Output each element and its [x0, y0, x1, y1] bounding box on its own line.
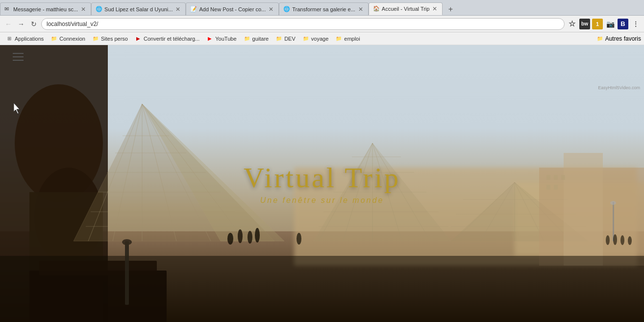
bw-icon: bw — [581, 21, 588, 26]
tab-2[interactable]: 🌐 Sud Lipez et Salar d Uyuni... ✕ — [91, 2, 186, 15]
tab-bar: ✉ Messagerie - matthieu sc... ✕ 🌐 Sud Li… — [0, 0, 644, 16]
bookmark-guitare-label: guitare — [252, 36, 269, 42]
bookmark-sites-perso-label: Sites perso — [101, 36, 128, 42]
tab-1-label: Messagerie - matthieu sc... — [13, 6, 78, 12]
svg-point-53 — [248, 231, 252, 244]
svg-point-58 — [620, 235, 624, 245]
bookmark-emploi[interactable]: 📁 emploi — [332, 34, 363, 43]
bookmark-youtube-label: YouTube — [215, 36, 236, 42]
bw-extension-button[interactable]: bw — [579, 19, 590, 29]
bookmark-sites-perso[interactable]: 📁 Sites perso — [89, 34, 131, 43]
watermark: EasyHtml5Video.com — [598, 85, 640, 90]
back-button[interactable]: ← — [3, 19, 14, 29]
tab-1-close[interactable]: ✕ — [80, 6, 87, 13]
bookmark-dev-label: DEV — [284, 36, 296, 42]
bookmark-b-button[interactable]: B — [618, 19, 628, 29]
bookmark-connexion-label: Connexion — [59, 36, 85, 42]
svg-point-64 — [122, 239, 132, 245]
forward-button[interactable]: → — [16, 19, 26, 29]
convertir-icon: ▶ — [135, 35, 142, 42]
svg-point-54 — [255, 228, 260, 243]
emploi-folder-icon: 📁 — [335, 35, 342, 42]
svg-rect-43 — [564, 153, 603, 266]
b-icon: B — [620, 20, 625, 27]
content-area: EasyHtml5Video.com — [0, 45, 644, 322]
menu-line-1 — [13, 53, 24, 54]
svg-point-50 — [610, 201, 616, 205]
back-icon: ← — [5, 20, 12, 28]
bookmark-guitare[interactable]: 📁 guitare — [241, 34, 272, 43]
others-folder-icon: 📁 — [596, 35, 603, 42]
svg-point-52 — [238, 229, 243, 243]
hero-subtitle: Une fenêtre sur le monde — [244, 196, 400, 205]
extension-button-1[interactable]: 1 — [592, 19, 603, 29]
tab-4-label: Transformer sa galerie e... — [292, 6, 355, 12]
bookmark-emploi-label: emploi — [344, 36, 360, 42]
bookmark-applications[interactable]: ⊞ Applications — [3, 34, 47, 43]
bookmark-youtube[interactable]: ▶ YouTube — [203, 34, 239, 43]
browser-window: ✉ Messagerie - matthieu sc... ✕ 🌐 Sud Li… — [0, 0, 644, 322]
tab-5-close[interactable]: ✕ — [431, 5, 438, 12]
chrome-menu-button[interactable]: ⋮ — [630, 19, 641, 29]
refresh-icon: ↻ — [31, 20, 37, 28]
refresh-button[interactable]: ↻ — [28, 19, 39, 29]
svg-point-55 — [297, 233, 301, 245]
apps-grid-icon: ⊞ — [6, 35, 13, 42]
nav-icons-group: ☆ bw 1 📷 B ⋮ — [567, 19, 641, 29]
svg-rect-49 — [613, 202, 614, 241]
menu-dots-icon: ⋮ — [633, 21, 639, 27]
tab-1-favicon: ✉ — [4, 6, 11, 13]
svg-rect-44 — [546, 175, 550, 180]
address-bar[interactable] — [41, 18, 565, 30]
tab-4-favicon: 🌐 — [283, 6, 290, 13]
forward-icon: → — [18, 20, 25, 28]
hamburger-menu-button[interactable] — [11, 51, 25, 63]
tab-4[interactable]: 🌐 Transformer sa galerie e... ✕ — [279, 2, 369, 15]
voyage-folder-icon: 📁 — [302, 35, 309, 42]
others-favorites-label: Autres favoris — [605, 35, 641, 42]
svg-rect-45 — [554, 175, 558, 180]
tab-5[interactable]: 🏠 Accueil - Virtual Trip ✕ — [369, 2, 443, 15]
bookmark-star-button[interactable]: ☆ — [567, 19, 577, 29]
svg-rect-62 — [39, 261, 157, 275]
svg-point-57 — [613, 234, 617, 245]
connexion-folder-icon: 📁 — [50, 35, 57, 42]
bookmark-connexion[interactable]: 📁 Connexion — [48, 34, 88, 43]
tab-1[interactable]: ✉ Messagerie - matthieu sc... ✕ — [0, 2, 91, 15]
tab-2-favicon: 🌐 — [96, 6, 102, 13]
bookmark-applications-label: Applications — [15, 36, 44, 42]
hero-title-container: Virtual Trip Une fenêtre sur le monde — [244, 162, 400, 205]
tab-5-label: Accueil - Virtual Trip — [382, 6, 430, 12]
dev-folder-icon: 📁 — [275, 35, 282, 42]
youtube-icon: ▶ — [206, 35, 213, 42]
bookmark-voyage[interactable]: 📁 voyage — [299, 34, 331, 43]
bookmarks-bar: ⊞ Applications 📁 Connexion 📁 Sites perso… — [0, 32, 644, 45]
nav-bar: ← → ↻ ☆ bw 1 📷 B ⋮ — [0, 16, 644, 32]
bookmark-voyage-label: voyage — [311, 36, 328, 42]
menu-line-3 — [13, 60, 24, 61]
ext1-icon: 1 — [596, 21, 599, 27]
new-tab-button[interactable]: + — [445, 3, 456, 15]
svg-rect-46 — [561, 175, 565, 180]
camera-button[interactable]: 📷 — [605, 19, 616, 29]
tab-2-close[interactable]: ✕ — [174, 6, 181, 13]
svg-point-56 — [606, 235, 610, 245]
guitare-folder-icon: 📁 — [244, 35, 250, 42]
bookmark-dev[interactable]: 📁 DEV — [272, 34, 298, 43]
menu-line-2 — [13, 56, 24, 57]
camera-icon: 📷 — [606, 20, 615, 28]
others-favorites[interactable]: 📁 Autres favoris — [596, 35, 641, 42]
sites-perso-folder-icon: 📁 — [92, 35, 99, 42]
svg-point-59 — [628, 236, 632, 245]
tab-3-favicon: 📝 — [190, 6, 197, 13]
hero-title: Virtual Trip — [244, 162, 400, 194]
svg-rect-63 — [125, 241, 129, 305]
tab-3-label: Add New Post - Copier co... — [199, 6, 266, 12]
tab-5-favicon: 🏠 — [373, 5, 380, 12]
tab-3[interactable]: 📝 Add New Post - Copier co... ✕ — [186, 2, 279, 15]
svg-rect-47 — [546, 185, 550, 190]
bookmark-convertir[interactable]: ▶ Convertir et télécharg... — [132, 34, 202, 43]
tab-3-close[interactable]: ✕ — [268, 6, 274, 13]
tab-4-close[interactable]: ✕ — [357, 6, 364, 13]
svg-point-51 — [227, 233, 233, 245]
